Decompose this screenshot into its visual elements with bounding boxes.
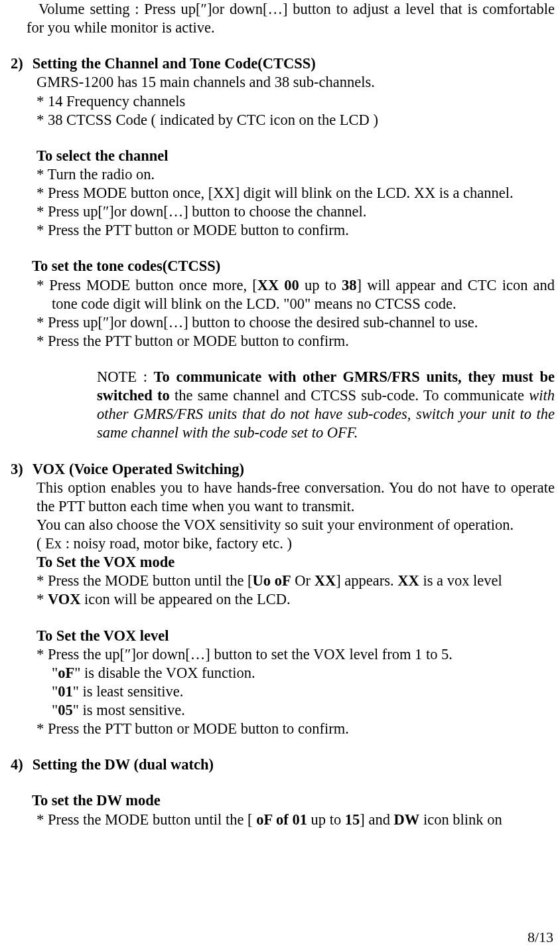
text: To set the tone codes(CTCSS) bbox=[32, 258, 220, 274]
text: ] and bbox=[360, 811, 393, 828]
text: " is disable the VOX function. bbox=[74, 665, 255, 681]
subheading-vox-mode: To Set the VOX mode bbox=[0, 553, 555, 572]
text-bold: 38 bbox=[342, 277, 357, 293]
text-bold: 05 bbox=[58, 702, 73, 718]
subheading-vox-level: To Set the VOX level bbox=[0, 627, 555, 645]
text: the same channel and CTCSS sub-code. To … bbox=[170, 387, 529, 404]
text: To select the channel bbox=[36, 147, 169, 164]
bullet: * Press MODE button once more, [XX 00 up… bbox=[0, 276, 555, 313]
subheading-dw-mode: To set the DW mode bbox=[0, 791, 555, 810]
text: To Set the VOX mode bbox=[36, 554, 175, 570]
heading-section-3: 3) VOX (Voice Operated Switching) bbox=[0, 460, 555, 479]
section-number: 3) bbox=[11, 460, 23, 479]
heading-section-4: 4) Setting the DW (dual watch) bbox=[0, 755, 555, 774]
text: " bbox=[52, 665, 58, 681]
bullet: * Press the MODE button until the [Uo oF… bbox=[0, 572, 555, 590]
bullet: * Press up[″]or down[…] button to choose… bbox=[0, 202, 555, 221]
text-bold: oF of 01 bbox=[256, 811, 307, 828]
list-item: "oF" is disable the VOX function. bbox=[0, 664, 555, 682]
bullet: * VOX icon will be appeared on the LCD. bbox=[0, 590, 555, 609]
note-block: NOTE : To communicate with other GMRS/FR… bbox=[0, 368, 555, 443]
text-bold: XX bbox=[315, 572, 336, 589]
text: ] appears. bbox=[336, 572, 397, 589]
paragraph: You can also choose the VOX sensitivity … bbox=[0, 516, 555, 534]
text: is a vox level bbox=[419, 572, 502, 589]
section-number: 2) bbox=[11, 54, 23, 73]
list-item: "01" is least sensitive. bbox=[0, 682, 555, 701]
text-bold: 15 bbox=[345, 811, 360, 828]
section-title: Setting the Channel and Tone Code(CTCSS) bbox=[33, 54, 316, 73]
text: * bbox=[36, 591, 48, 607]
heading-section-2: 2) Setting the Channel and Tone Code(CTC… bbox=[0, 54, 555, 73]
page-number: 8/13 bbox=[527, 928, 553, 947]
bullet: * Press the PTT button or MODE button to… bbox=[0, 221, 555, 240]
list-item: "05" is most sensitive. bbox=[0, 701, 555, 720]
text: * Press the MODE button until the [ bbox=[36, 572, 253, 589]
text-bold: DW bbox=[394, 811, 420, 828]
text-line: GMRS-1200 has 15 main channels and 38 su… bbox=[0, 73, 555, 92]
text-bold: Uo oF bbox=[253, 572, 291, 589]
text: To set the DW mode bbox=[32, 792, 161, 809]
text: NOTE : bbox=[97, 368, 154, 385]
text: To Set the VOX level bbox=[36, 627, 169, 644]
bullet: * 38 CTCSS Code ( indicated by CTC icon … bbox=[0, 111, 555, 129]
text: * Press the PTT button or MODE button to… bbox=[36, 222, 349, 238]
text: " is least sensitive. bbox=[73, 683, 184, 700]
text-bold: oF bbox=[58, 665, 74, 681]
text: * Press up[″]or down[…] button to choose… bbox=[36, 203, 366, 220]
bullet: * Press the up[″]or down[…] button to se… bbox=[0, 645, 555, 664]
text: " is most sensitive. bbox=[73, 702, 185, 718]
section-title: VOX (Voice Operated Switching) bbox=[33, 460, 244, 479]
text: up to bbox=[307, 811, 345, 828]
paragraph: This option enables you to have hands-fr… bbox=[0, 479, 555, 516]
text: Or bbox=[291, 572, 315, 589]
text-bold: 01 bbox=[58, 683, 73, 700]
text: * Press MODE button once more, [ bbox=[36, 277, 257, 293]
section-number: 4) bbox=[11, 755, 23, 774]
text: * Press up[″]or down[…] button to choose… bbox=[36, 314, 478, 331]
text: * Press MODE button once, [XX] digit wil… bbox=[36, 185, 514, 201]
bullet: * Press MODE button once, [XX] digit wil… bbox=[0, 184, 555, 202]
text: * Press the PTT button or MODE button to… bbox=[36, 720, 349, 737]
text: " bbox=[52, 683, 58, 700]
text: You can also choose the VOX sensitivity … bbox=[36, 516, 514, 533]
text-bold: VOX bbox=[48, 591, 81, 607]
text: * 14 Frequency channels bbox=[36, 93, 185, 110]
text: * Press the up[″]or down[…] button to se… bbox=[36, 646, 453, 663]
bullet: * 14 Frequency channels bbox=[0, 92, 555, 111]
text: ( Ex : noisy road, motor bike, factory e… bbox=[36, 535, 292, 552]
subheading-tone-codes: To set the tone codes(CTCSS) bbox=[0, 257, 555, 276]
text: 8/13 bbox=[527, 929, 553, 945]
text: icon will be appeared on the LCD. bbox=[80, 591, 290, 607]
subheading-select-channel: To select the channel bbox=[0, 147, 555, 165]
paragraph-volume: Volume setting : Press up[″]or down[…] b… bbox=[0, 0, 555, 37]
bullet: * Turn the radio on. bbox=[0, 165, 555, 184]
text: Volume setting : Press up[″]or down[…] b… bbox=[27, 1, 555, 36]
section-title: Setting the DW (dual watch) bbox=[33, 755, 214, 774]
text: * Press the MODE button until the [ bbox=[36, 811, 256, 828]
bullet: * Press the MODE button until the [ oF o… bbox=[0, 811, 555, 829]
text: * Turn the radio on. bbox=[36, 166, 155, 183]
text: * Press the PTT button or MODE button to… bbox=[36, 333, 349, 349]
bullet: * Press the PTT button or MODE button to… bbox=[0, 332, 555, 351]
text-bold: XX 00 bbox=[257, 277, 299, 293]
text: GMRS-1200 has 15 main channels and 38 su… bbox=[36, 74, 375, 90]
text: " bbox=[52, 702, 58, 718]
bullet: * Press the PTT button or MODE button to… bbox=[0, 720, 555, 738]
text-bold: XX bbox=[397, 572, 419, 589]
paragraph: ( Ex : noisy road, motor bike, factory e… bbox=[0, 534, 555, 553]
text: * 38 CTCSS Code ( indicated by CTC icon … bbox=[36, 112, 378, 128]
text: This option enables you to have hands-fr… bbox=[36, 479, 555, 515]
text: icon blink on bbox=[419, 811, 502, 828]
bullet: * Press up[″]or down[…] button to choose… bbox=[0, 313, 555, 332]
text: up to bbox=[299, 277, 342, 293]
